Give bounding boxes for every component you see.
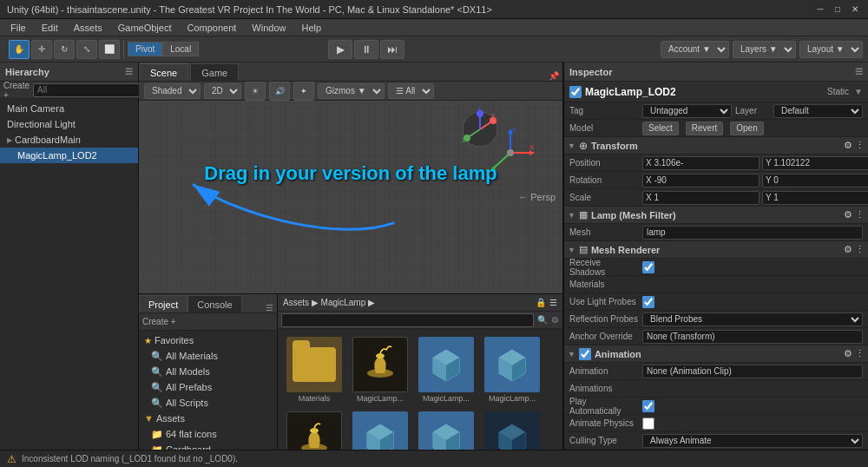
all-models-item[interactable]: 🔍 All Models <box>139 364 277 379</box>
hierarchy-item-magiclamp-lod2[interactable]: MagicLamp_LOD2 <box>0 148 138 163</box>
anchor-override-field[interactable] <box>642 330 863 344</box>
receive-shadows-checkbox[interactable] <box>642 261 654 273</box>
shaded-select[interactable]: Shaded <box>144 83 201 99</box>
account-select[interactable]: Account ▼ <box>661 41 729 58</box>
step-button[interactable]: ⏭ <box>380 40 404 59</box>
scene-view[interactable]: ← Persp Y X Z <box>139 101 562 293</box>
hierarchy-item-main-camera[interactable]: Main Camera <box>0 101 138 116</box>
materials-asset[interactable]: Materials <box>283 334 345 405</box>
magiclamp-blue-asset-1[interactable]: MagicLamp... <box>415 334 477 405</box>
move-tool-button[interactable]: ✛ <box>31 40 52 59</box>
pivot-button[interactable]: Pivot <box>128 42 162 56</box>
more-icon[interactable]: ⋮ <box>855 209 865 220</box>
settings-icon[interactable]: ⚙ <box>844 209 852 220</box>
rotation-y-field[interactable] <box>762 174 868 187</box>
menu-item-gameobject[interactable]: GameObject <box>111 21 179 35</box>
menu-item-file[interactable]: File <box>3 21 33 35</box>
hierarchy-header: Hierarchy ☰ <box>0 62 138 82</box>
more-icon[interactable]: ⋮ <box>855 140 865 151</box>
rotation-x-field[interactable] <box>642 174 760 187</box>
rect-tool-button[interactable]: ⬜ <box>99 40 120 59</box>
menu-item-window[interactable]: Window <box>245 21 293 35</box>
all-prefabs-item[interactable]: 🔍 All Prefabs <box>139 379 277 395</box>
status-bar: ⚠ Inconsistent LOD naming (_LOD1 found b… <box>0 450 868 467</box>
all-materials-label: All Materials <box>166 351 218 361</box>
scene-pin-icon: 📌 <box>549 71 559 81</box>
effects-button[interactable]: ✦ <box>293 82 314 101</box>
menu-item-edit[interactable]: Edit <box>35 21 65 35</box>
scale-x-field[interactable] <box>642 191 760 205</box>
arrow-icon: ▶ <box>7 136 12 144</box>
more-icon[interactable]: ⋮ <box>855 244 865 255</box>
menu-item-help[interactable]: Help <box>294 21 328 35</box>
open-button[interactable]: Open <box>730 122 763 135</box>
hierarchy-create-label[interactable]: Create + <box>3 81 30 100</box>
hierarchy-item-label: CardboardMain <box>15 135 81 145</box>
scale-tool-button[interactable]: ⤡ <box>76 40 97 59</box>
culling-type-select[interactable]: Always Animate <box>642 434 863 448</box>
settings-icon[interactable]: ⚙ <box>844 244 852 255</box>
hierarchy-title: Hierarchy <box>5 67 49 77</box>
animation-clip-field[interactable] <box>642 365 863 378</box>
lights-button[interactable]: ☀ <box>245 82 266 101</box>
menu-item-component[interactable]: Component <box>180 21 243 35</box>
hierarchy-item-directional-light[interactable]: Directional Light <box>0 116 138 132</box>
favorites-folder[interactable]: ★ Favorites <box>139 332 277 348</box>
bottom-panels: Project Console ☰ Create + ★ Favorites <box>139 293 563 467</box>
menu-item-assets[interactable]: Assets <box>67 21 109 35</box>
local-button[interactable]: Local <box>162 42 199 56</box>
static-dropdown-icon[interactable]: ▼ <box>854 87 863 96</box>
use-light-probes-checkbox[interactable] <box>642 296 654 308</box>
gizmos-select[interactable]: Gizmos ▼ <box>318 83 385 99</box>
magiclamp-blue-asset-2[interactable]: MagicLamp... <box>481 334 543 405</box>
animation-section[interactable]: ▼ Animation ⚙ ⋮ <box>564 345 868 363</box>
layers-select[interactable]: Layers ▼ <box>733 41 796 58</box>
transform-section[interactable]: ▼ ⊕ Transform ⚙ ⋮ <box>564 137 868 155</box>
project-create-label[interactable]: Create + <box>142 317 176 326</box>
animate-physics-checkbox[interactable] <box>642 418 654 430</box>
revert-button[interactable]: Revert <box>686 122 723 135</box>
reflection-probes-select[interactable]: Blend Probes <box>642 312 863 326</box>
minimize-button[interactable]: ─ <box>814 3 826 16</box>
mesh-renderer-section[interactable]: ▼ ▤ Mesh Renderer ⚙ ⋮ <box>564 241 868 259</box>
maximize-button[interactable]: □ <box>832 3 844 16</box>
scale-y-field[interactable] <box>762 191 868 205</box>
hierarchy-item-cardboard-main[interactable]: ▶ CardboardMain <box>0 132 138 148</box>
scene-tab[interactable]: Scene <box>139 63 188 81</box>
mesh-value-field[interactable] <box>642 226 863 240</box>
hand-tool-button[interactable]: ✋ <box>9 40 30 59</box>
audio-button[interactable]: 🔊 <box>269 82 290 101</box>
tag-select[interactable]: Untagged <box>642 104 732 118</box>
model-select-button[interactable]: Select <box>642 122 679 135</box>
all-models-label: All Models <box>166 366 210 377</box>
mesh-filter-section[interactable]: ▼ ▦ Lamp (Mesh Filter) ⚙ ⋮ <box>564 207 868 224</box>
layer-select[interactable]: Default <box>773 104 863 118</box>
assets-folder[interactable]: ▼ Assets <box>139 411 277 426</box>
tag-label: Tag <box>569 106 639 115</box>
console-tab[interactable]: Console <box>187 295 241 312</box>
all-materials-item[interactable]: 🔍 All Materials <box>139 348 277 364</box>
more-icon[interactable]: ⋮ <box>855 348 865 359</box>
all-scripts-item[interactable]: 🔍 All Scripts <box>139 395 277 411</box>
pause-button[interactable]: ⏸ <box>354 40 378 59</box>
close-button[interactable]: ✕ <box>849 3 861 16</box>
play-auto-checkbox[interactable] <box>642 400 654 412</box>
position-x-field[interactable] <box>642 156 760 170</box>
2d-select[interactable]: 2D <box>204 83 241 99</box>
rotate-tool-button[interactable]: ↻ <box>54 40 75 59</box>
settings-icon[interactable]: ⚙ <box>844 140 852 151</box>
hierarchy-search-input[interactable] <box>33 83 152 97</box>
animation-enabled-checkbox[interactable] <box>579 348 591 360</box>
settings-icon[interactable]: ⚙ <box>844 348 852 359</box>
project-tab[interactable]: Project <box>139 295 187 312</box>
object-enabled-checkbox[interactable] <box>569 86 582 98</box>
position-y-field[interactable] <box>762 156 868 170</box>
asset-search-input[interactable] <box>281 313 534 327</box>
game-tab[interactable]: Game <box>190 63 239 81</box>
scale-label: Scale <box>569 193 639 202</box>
play-button[interactable]: ▶ <box>328 40 352 59</box>
magiclamp-gold-asset[interactable]: MagicLamp... <box>349 334 411 405</box>
flat-icons-item[interactable]: 📁 64 flat icons <box>139 426 277 442</box>
gizmos-all-select[interactable]: ☰ All <box>388 83 434 99</box>
layout-select[interactable]: Layout ▼ <box>799 41 863 58</box>
